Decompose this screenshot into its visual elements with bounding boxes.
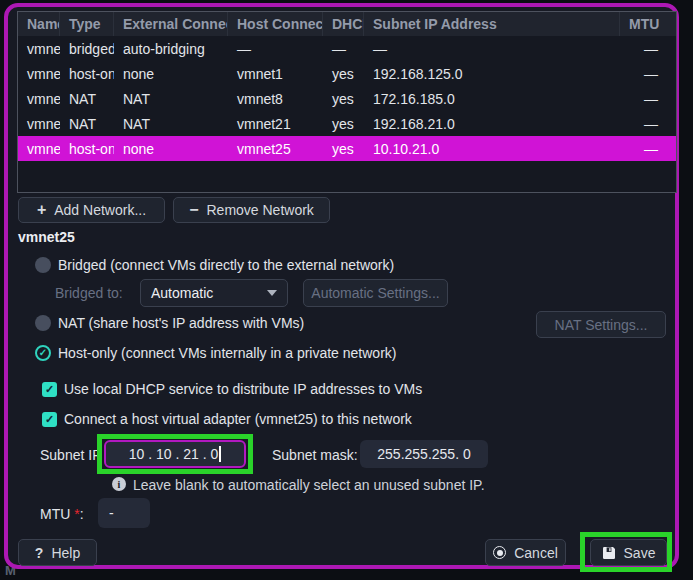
cell-host: vmnet1 (228, 66, 323, 82)
cell-name: vmnet0 (18, 41, 60, 57)
cell-external: NAT (114, 116, 228, 132)
subnet-mask-label-text: Subnet mask: (272, 447, 358, 463)
column-header-mtu[interactable]: MTU (620, 12, 676, 36)
cell-host: — (228, 41, 323, 57)
cell-name: vmnet8 (18, 91, 60, 107)
mtu-colon: : (80, 506, 84, 522)
nat-radio-row: NAT (share host's IP address with VMs) (35, 315, 304, 331)
cell-name: vmnet21 (18, 116, 60, 132)
cell-mtu: — (620, 41, 676, 57)
subnet-ip-label-text: Subnet IP (40, 447, 102, 463)
nat-radio[interactable] (35, 315, 51, 331)
cell-dhcp: — (323, 41, 364, 57)
cell-mtu: — (620, 91, 676, 107)
dhcp-checkbox-checked[interactable]: ✓ (42, 382, 57, 397)
cell-host: vmnet21 (228, 116, 323, 132)
cell-type: host-only (60, 141, 114, 157)
section-title-vmnet25: vmnet25 (18, 229, 75, 245)
table-header-row: Name Type External Connection Host Conne… (18, 12, 676, 36)
table-row-vmnet1[interactable]: vmnet1 host-only none vmnet1 yes 192.168… (18, 61, 676, 86)
cell-type: NAT (60, 116, 114, 132)
adapter-checkbox-row: ✓ Connect a host virtual adapter (vmnet2… (42, 411, 412, 427)
chevron-down-icon (267, 290, 277, 296)
cell-host: vmnet8 (228, 91, 323, 107)
annotation-box-subnet-ip (97, 434, 253, 474)
cancel-button[interactable]: Cancel (485, 539, 566, 566)
cell-subnet: 10.10.21.0 (364, 141, 620, 157)
help-label: Help (51, 545, 80, 561)
cancel-circle-icon (493, 546, 506, 559)
mtu-value: - (109, 505, 114, 521)
table-row-vmnet0[interactable]: vmnet0 bridged auto-bridging — — — — (18, 36, 676, 61)
cell-name: vmnet1 (18, 66, 60, 82)
bridged-to-text: Bridged to: (55, 285, 123, 301)
hostonly-radio-label: Host-only (connect VMs internally in a p… (58, 345, 396, 361)
add-network-button[interactable]: + Add Network... (18, 197, 165, 223)
cell-dhcp: yes (323, 141, 364, 157)
dhcp-checkbox-row: ✓ Use local DHCP service to distribute I… (42, 381, 422, 397)
cell-subnet: 192.168.21.0 (364, 116, 620, 132)
column-header-host-connection[interactable]: Host Connection (228, 12, 323, 36)
cell-host: vmnet25 (228, 141, 323, 157)
adapter-checkbox-checked[interactable]: ✓ (42, 412, 57, 427)
cell-dhcp: yes (323, 116, 364, 132)
bridged-to-dropdown[interactable]: Automatic (140, 279, 288, 307)
column-header-type[interactable]: Type (60, 12, 114, 36)
cell-mtu: — (620, 141, 676, 157)
cell-name: vmnet25 (18, 141, 60, 157)
automatic-settings-button[interactable]: Automatic Settings... (303, 279, 448, 307)
mtu-label-text: MTU (40, 506, 70, 522)
bridged-to-label: Bridged to: (55, 285, 123, 301)
cell-external: NAT (114, 91, 228, 107)
minus-icon: − (189, 202, 198, 218)
cell-mtu: — (620, 66, 676, 82)
column-header-name[interactable]: Name (18, 12, 60, 36)
subnet-mask-label: Subnet mask: (272, 447, 358, 463)
subnet-mask-field[interactable]: 255.255.255. 0 (360, 440, 488, 468)
cell-subnet: — (364, 41, 620, 57)
cell-external: none (114, 141, 228, 157)
cancel-label: Cancel (514, 545, 558, 561)
remove-network-label: Remove Network (206, 202, 313, 218)
help-button[interactable]: ? Help (18, 539, 97, 566)
network-table[interactable]: Name Type External Connection Host Conne… (17, 11, 677, 193)
adapter-checkbox-label: Connect a host virtual adapter (vmnet25)… (64, 411, 412, 427)
column-header-external-connection[interactable]: External Connection (114, 12, 228, 36)
cell-type: bridged (60, 41, 114, 57)
automatic-settings-label: Automatic Settings... (311, 285, 439, 301)
column-header-dhcp[interactable]: DHCP (323, 12, 364, 36)
cell-type: NAT (60, 91, 114, 107)
annotation-box-save (580, 532, 672, 572)
subnet-mask-value: 255.255.255. 0 (377, 446, 470, 462)
cell-subnet: 172.16.185.0 (364, 91, 620, 107)
cell-external: none (114, 66, 228, 82)
table-row-vmnet8[interactable]: vmnet8 NAT NAT vmnet8 yes 172.16.185.0 — (18, 86, 676, 111)
cell-mtu: — (620, 116, 676, 132)
info-icon: i (112, 477, 126, 491)
cell-subnet: 192.168.125.0 (364, 66, 620, 82)
remove-network-button[interactable]: − Remove Network (173, 197, 330, 223)
cell-dhcp: yes (323, 91, 364, 107)
bridged-to-selected-value: Automatic (151, 285, 213, 301)
nat-settings-button[interactable]: NAT Settings... (536, 311, 666, 338)
mtu-input[interactable]: - (98, 498, 150, 528)
bridged-radio[interactable] (35, 257, 51, 273)
virtual-network-editor-dialog: Name Type External Connection Host Conne… (4, 3, 679, 569)
nat-radio-label: NAT (share host's IP address with VMs) (58, 315, 304, 331)
column-header-subnet-ip[interactable]: Subnet IP Address (364, 12, 620, 36)
plus-icon: + (37, 202, 46, 218)
hostonly-radio-checked[interactable]: ✓ (35, 345, 51, 361)
cell-type: host-only (60, 66, 114, 82)
cell-external: auto-bridging (114, 41, 228, 57)
bridged-radio-row: Bridged (connect VMs directly to the ext… (35, 257, 394, 273)
subnet-hint: Leave blank to automatically select an u… (133, 477, 485, 493)
nat-settings-label: NAT Settings... (555, 317, 648, 333)
subnet-hint-text: Leave blank to automatically select an u… (133, 477, 485, 493)
hostonly-radio-row: ✓ Host-only (connect VMs internally in a… (35, 345, 396, 361)
table-row-vmnet25-selected[interactable]: vmnet25 host-only none vmnet25 yes 10.10… (18, 136, 676, 161)
subnet-ip-label: Subnet IP (40, 447, 102, 463)
dhcp-checkbox-label: Use local DHCP service to distribute IP … (64, 381, 422, 397)
table-row-vmnet21[interactable]: vmnet21 NAT NAT vmnet21 yes 192.168.21.0… (18, 111, 676, 136)
mtu-label: MTU * : (40, 506, 84, 522)
cell-dhcp: yes (323, 66, 364, 82)
